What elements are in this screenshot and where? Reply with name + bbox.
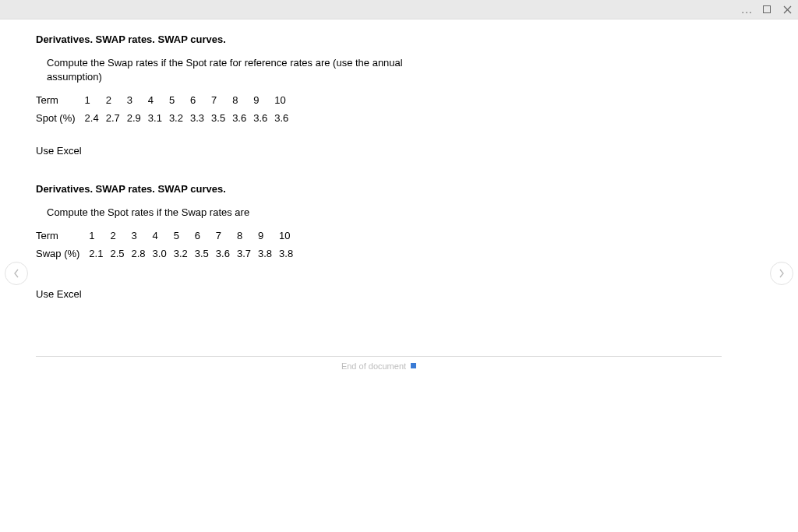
close-icon[interactable] bbox=[779, 2, 795, 17]
term-label: Term bbox=[36, 91, 85, 109]
end-of-document-label: End of document bbox=[341, 361, 406, 371]
section2-prompt: Compute the Spot rates if the Swap rates… bbox=[36, 206, 762, 220]
section1-prompt: Compute the Swap rates if the Spot rate … bbox=[36, 56, 452, 83]
swap-label: Swap (%) bbox=[36, 245, 89, 262]
prev-page-button[interactable] bbox=[5, 262, 28, 285]
next-page-button[interactable] bbox=[770, 262, 793, 285]
titlebar: ... bbox=[0, 0, 798, 19]
table-row: Spot (%) 2.4 2.7 2.9 3.1 3.2 3.3 3.5 3.6… bbox=[36, 109, 295, 127]
table-row: Term 1 2 3 4 5 6 7 8 9 10 bbox=[36, 91, 295, 109]
end-marker-icon bbox=[411, 363, 416, 368]
table-row: Term 1 2 3 4 5 6 7 8 9 10 bbox=[36, 227, 300, 245]
document-body: Derivatives. SWAP rates. SWAP curves. Co… bbox=[0, 19, 798, 375]
section1-footer: Use Excel bbox=[36, 144, 762, 158]
section2-heading: Derivatives. SWAP rates. SWAP curves. bbox=[36, 183, 762, 195]
section1-heading: Derivatives. SWAP rates. SWAP curves. bbox=[36, 33, 762, 45]
maximize-icon[interactable] bbox=[759, 2, 775, 17]
spot-label: Spot (%) bbox=[36, 109, 85, 127]
section1-table: Term 1 2 3 4 5 6 7 8 9 10 Spot (%) 2.4 2… bbox=[36, 91, 295, 127]
section2-table: Term 1 2 3 4 5 6 7 8 9 10 Swap (%) 2.1 2… bbox=[36, 227, 300, 262]
term-label: Term bbox=[36, 227, 89, 245]
table-row: Swap (%) 2.1 2.5 2.8 3.0 3.2 3.5 3.6 3.7… bbox=[36, 245, 300, 262]
section2-footer: Use Excel bbox=[36, 287, 762, 301]
more-menu[interactable]: ... bbox=[741, 3, 754, 16]
end-of-document: End of document bbox=[36, 356, 722, 375]
svg-rect-0 bbox=[764, 6, 771, 13]
